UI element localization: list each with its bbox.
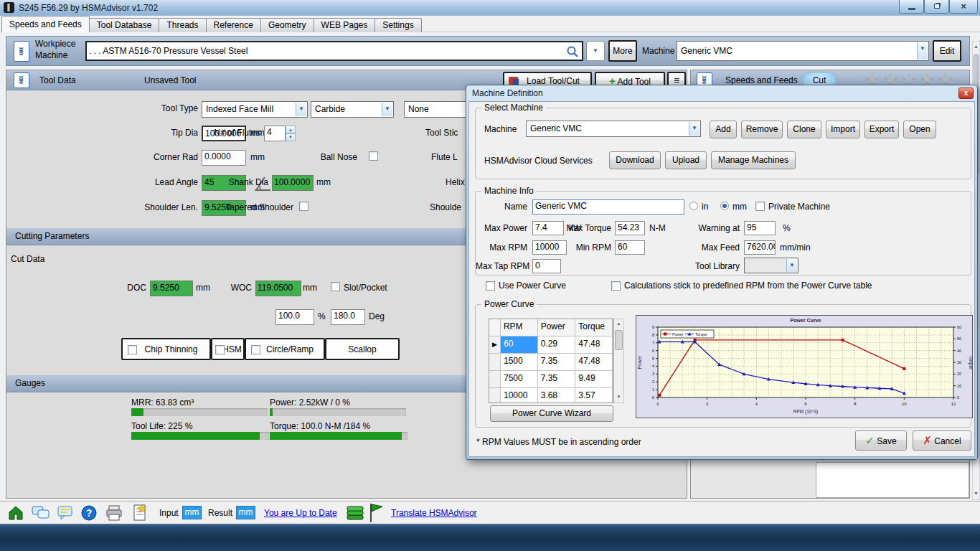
scrollbar-thumb[interactable] xyxy=(615,330,623,350)
x-icon: ✗ xyxy=(923,434,932,446)
flutes-spinner[interactable]: ▲▼ xyxy=(286,126,296,141)
workpiece-collapse-button[interactable]: »» xyxy=(14,41,29,62)
corner-rad-input[interactable]: 0.0000 xyxy=(202,150,246,166)
use-power-curve-checkbox[interactable] xyxy=(486,281,495,291)
tab-threads[interactable]: Threads xyxy=(159,18,206,32)
scroll-up-arrow[interactable]: ▲ xyxy=(614,319,623,329)
ball-nose-checkbox[interactable] xyxy=(369,151,378,161)
power-curve-cell[interactable]: 1500 xyxy=(501,354,538,371)
power-curve-cell[interactable]: 0.29 xyxy=(538,336,576,354)
power-curve-cell[interactable]: 3.68 xyxy=(538,388,576,403)
tab-tool-database[interactable]: Tool Database xyxy=(89,18,160,32)
arc-deg-input[interactable]: 180.0 xyxy=(331,309,365,325)
help-icon[interactable]: ? xyxy=(80,504,98,522)
save-button[interactable]: ✓ Save xyxy=(855,430,907,451)
comment-icon[interactable] xyxy=(57,505,73,521)
import-machine-button[interactable]: Import xyxy=(826,121,860,138)
warning-at-input[interactable]: 95 xyxy=(744,221,776,235)
workpiece-search-input[interactable]: . . . ASTM A516-70 Pressure Vessel Steel xyxy=(85,41,583,61)
dlg-machine-combo[interactable]: Generic VMC▼ xyxy=(526,121,701,137)
dialog-close-button[interactable]: x xyxy=(958,88,974,99)
power-curve-cell[interactable]: 47.48 xyxy=(575,336,613,354)
home-icon[interactable] xyxy=(7,504,24,522)
units-in-radio[interactable] xyxy=(689,202,698,210)
tool-material-combo[interactable]: Carbide▼ xyxy=(311,101,394,118)
woc-input[interactable]: 119.0500 xyxy=(255,281,301,296)
private-machine-checkbox[interactable] xyxy=(755,202,765,211)
chip-thinning-checkbox[interactable] xyxy=(128,345,137,354)
scroll-down-arrow[interactable]: ▼ xyxy=(973,489,979,499)
manage-machines-button[interactable]: Manage Machines xyxy=(711,151,796,169)
power-curve-cell[interactable] xyxy=(489,371,501,388)
power-curve-table[interactable]: RPMPowerTorque▶600.2947.4815007.3547.487… xyxy=(489,319,613,403)
flute-len-label: Flute L xyxy=(431,152,468,162)
close-button[interactable]: × xyxy=(949,0,978,14)
power-curve-cell[interactable]: 7.35 xyxy=(538,371,576,388)
power-curve-cell[interactable]: 3.57 xyxy=(575,388,613,403)
slot-pocket-checkbox[interactable] xyxy=(331,282,340,291)
calc-stick-checkbox[interactable] xyxy=(611,281,621,291)
max-tap-rpm-input[interactable]: 0 xyxy=(532,259,561,273)
update-status-link[interactable]: You are Up to Date xyxy=(264,508,337,518)
edit-machine-button[interactable]: Edit xyxy=(933,40,961,62)
engagement-pct-input[interactable]: 100.0 xyxy=(275,309,314,325)
add-machine-button[interactable]: Add xyxy=(710,121,737,138)
max-torque-input[interactable]: 54.23 xyxy=(615,221,645,235)
hsm-button[interactable]: HSM xyxy=(211,338,245,360)
power-curve-cell[interactable] xyxy=(489,388,501,403)
machine-combo[interactable]: Generic VMC▼ xyxy=(677,41,929,61)
circle-ramp-checkbox[interactable] xyxy=(251,345,260,354)
power-curve-cell[interactable]: 7500 xyxy=(501,371,538,388)
tab-speeds-and-feeds[interactable]: Speeds and Feeds xyxy=(1,16,90,32)
print-icon[interactable] xyxy=(105,505,123,521)
chip-thinning-button[interactable]: Chip Thinning xyxy=(121,338,211,360)
export-machine-button[interactable]: Export xyxy=(864,121,899,138)
scroll-up-arrow[interactable]: ▲ xyxy=(973,42,979,52)
power-curve-cell[interactable]: ▶ xyxy=(489,336,501,354)
upload-button[interactable]: Upload xyxy=(665,151,707,169)
power-curve-table-scrollbar[interactable]: ▲ ▼ xyxy=(613,319,624,403)
power-curve-wizard-button[interactable]: Power Curve Wizard xyxy=(490,405,613,422)
new-tool-icon[interactable] xyxy=(132,504,148,522)
flutes-input[interactable]: 4 xyxy=(264,126,286,141)
download-button[interactable]: Download xyxy=(609,151,661,169)
clone-machine-button[interactable]: Clone xyxy=(787,121,821,138)
power-curve-cell[interactable]: 10000 xyxy=(501,388,538,403)
input-units-badge[interactable]: mm xyxy=(182,506,202,519)
power-curve-cell[interactable]: 60 xyxy=(501,336,538,354)
tool-data-collapse-button[interactable]: »» xyxy=(14,72,29,88)
power-curve-cell[interactable]: 47.48 xyxy=(575,354,613,371)
max-power-input[interactable]: 7.4 xyxy=(532,221,564,235)
feedback-icon[interactable] xyxy=(32,505,50,521)
shank-dia-input[interactable]: 100.0000 xyxy=(272,175,314,191)
power-curve-cell[interactable] xyxy=(489,354,501,371)
tapered-shoulder-checkbox[interactable] xyxy=(299,202,308,211)
search-dropdown-button[interactable]: ▼ xyxy=(586,41,605,61)
scroll-down-arrow[interactable]: ▼ xyxy=(614,392,623,402)
tool-library-combo[interactable]: ▼ xyxy=(744,258,798,273)
machine-name-input[interactable]: Generic VMC xyxy=(532,199,684,215)
result-units-badge[interactable]: mm xyxy=(236,506,255,519)
translate-link[interactable]: Translate HSMAdvisor xyxy=(391,508,477,518)
scallop-button[interactable]: Scallop xyxy=(325,338,400,360)
hsm-checkbox[interactable] xyxy=(215,345,225,354)
units-mm-radio[interactable] xyxy=(720,202,729,210)
tool-type-combo[interactable]: Indexed Face Mill▼ xyxy=(202,101,308,118)
min-rpm-input[interactable]: 60 xyxy=(615,240,645,255)
money-stack-icon[interactable] xyxy=(346,504,364,522)
tab-geometry[interactable]: Geometry xyxy=(260,18,314,32)
more-button[interactable]: More xyxy=(608,40,637,62)
power-curve-cell[interactable]: 7.35 xyxy=(538,354,576,371)
tab-settings[interactable]: Settings xyxy=(374,18,421,32)
tab-web-pages[interactable]: WEB Pages xyxy=(314,18,376,32)
tab-reference[interactable]: Reference xyxy=(206,18,261,32)
restore-button[interactable] xyxy=(924,0,949,14)
open-machine-button[interactable]: Open xyxy=(903,121,936,138)
minimize-button[interactable] xyxy=(899,0,924,14)
circle-ramp-button[interactable]: Circle/Ramp xyxy=(245,338,325,360)
translate-flag-icon[interactable] xyxy=(369,503,383,523)
max-feed-input[interactable]: 7620.00 xyxy=(744,240,776,255)
power-curve-cell[interactable]: 9.49 xyxy=(575,371,613,388)
cancel-button[interactable]: ✗ Cancel xyxy=(913,430,971,451)
remove-machine-button[interactable]: Remove xyxy=(741,121,783,138)
